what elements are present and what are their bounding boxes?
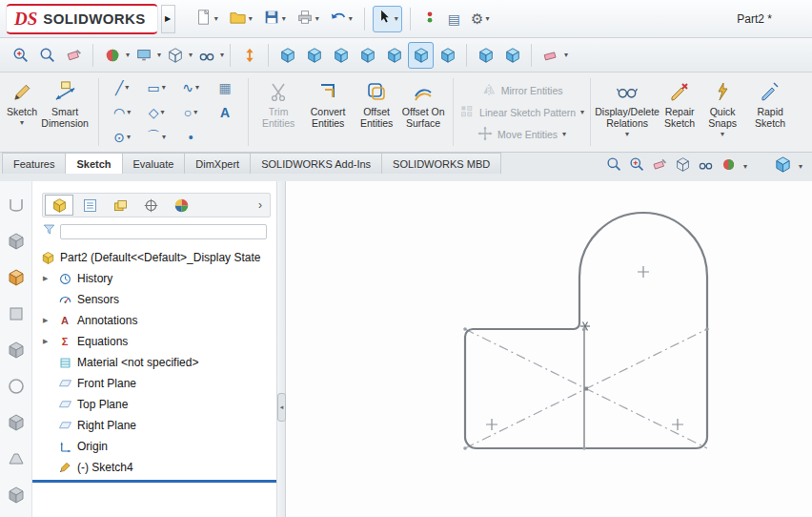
standard-view-cube-button[interactable] <box>355 42 380 69</box>
feature-tool-button[interactable] <box>4 483 29 507</box>
feature-tool-button[interactable] <box>4 229 29 254</box>
zoom-to-fit-button[interactable] <box>34 42 60 69</box>
tab-evaluate[interactable]: Evaluate <box>122 153 186 174</box>
tree-item-right-plane[interactable]: Right Plane <box>32 415 276 436</box>
print-button[interactable]: ▾ <box>293 6 323 32</box>
tree-item-annotations[interactable]: ▶ A Annotations <box>32 310 276 331</box>
sketch-plane-tool-button[interactable]: ▦ <box>208 75 242 100</box>
rebuild-button[interactable] <box>418 6 441 32</box>
configuration-manager-tab[interactable] <box>106 195 134 216</box>
standard-view-cube-button[interactable] <box>328 42 354 69</box>
property-manager-tab[interactable] <box>75 195 104 216</box>
hud-hide-show-items-button[interactable] <box>698 156 714 176</box>
move-entities-button[interactable]: Move Entities ▾ <box>477 126 566 143</box>
tab-sketch[interactable]: Sketch <box>65 153 122 174</box>
fillet-tool-button[interactable]: ⌒▾ <box>139 125 173 150</box>
expand-arrow-icon[interactable]: ▶ <box>43 275 48 282</box>
feature-tool-button[interactable] <box>4 410 29 435</box>
sketch-vertex[interactable] <box>582 327 586 331</box>
feature-tool-button[interactable] <box>4 374 29 399</box>
rollback-bar[interactable] <box>32 480 276 483</box>
circle-tool-button[interactable]: ○▾ <box>173 100 208 125</box>
display-style-button[interactable] <box>162 42 188 69</box>
apply-scene-button[interactable] <box>131 42 156 69</box>
hud-section-view-button[interactable] <box>652 156 668 176</box>
tab-dimxpert[interactable]: DimXpert <box>184 153 251 174</box>
rectangle-tool-button[interactable]: ▭▾ <box>139 75 173 100</box>
center-point-mark[interactable] <box>486 419 497 430</box>
new-document-button[interactable]: ▾ <box>192 6 222 32</box>
arc-center-point[interactable] <box>638 266 649 278</box>
convert-entities-button[interactable]: Convert Entities <box>302 74 354 150</box>
tab-solidworks-add-ins[interactable]: SOLIDWORKS Add-Ins <box>250 153 382 174</box>
display-delete-relations-button[interactable]: Display/Delete Relations ▾ <box>597 74 658 150</box>
spline-tool-button[interactable]: ∿▾ <box>173 75 208 100</box>
arc-tool-button[interactable]: ◠▾ <box>105 100 139 125</box>
dimxpert-manager-tab[interactable] <box>136 195 165 216</box>
point-tool-button[interactable]: • <box>173 125 208 150</box>
sketch-profile-outline[interactable] <box>465 213 707 448</box>
tree-item-sensors[interactable]: Sensors <box>32 289 276 310</box>
midpoint-mark[interactable] <box>584 387 588 391</box>
select-tool-button[interactable]: ▾ <box>373 6 402 32</box>
menu-expand-button[interactable]: ▶ <box>161 5 175 33</box>
feature-tool-button[interactable] <box>4 265 29 290</box>
tree-item-sketch4[interactable]: (-) Sketch4 <box>32 457 276 478</box>
section-view-button[interactable] <box>61 42 87 69</box>
hud-zoom-to-fit-button[interactable] <box>606 156 622 176</box>
undo-button[interactable]: ▾ <box>326 6 356 32</box>
linear-sketch-pattern-button[interactable]: Linear Sketch Pattern ▾ <box>459 104 584 121</box>
panel-tabs-overflow-button[interactable]: › <box>253 198 268 212</box>
mirror-entities-button[interactable]: Mirror Entities <box>481 82 563 99</box>
sketch-drawing[interactable] <box>286 181 812 517</box>
offset-entities-button[interactable]: Offset Entities <box>354 74 399 150</box>
tree-item-origin[interactable]: Origin <box>32 436 276 457</box>
line-tool-button[interactable]: ╱▾ <box>105 75 139 100</box>
smart-dimension-button[interactable]: Smart Dimension <box>37 74 92 150</box>
edit-appearance-button[interactable] <box>99 42 125 69</box>
display-manager-tab[interactable] <box>167 195 195 216</box>
standard-view-cube-button[interactable] <box>301 42 327 69</box>
repair-sketch-button[interactable]: Repair Sketch <box>658 74 701 150</box>
feature-tool-button[interactable] <box>4 446 29 471</box>
view-orientation-button[interactable] <box>236 42 262 69</box>
expand-arrow-icon[interactable]: ▶ <box>43 317 48 324</box>
sketch-vertex[interactable] <box>705 327 709 331</box>
feature-manager-tab[interactable] <box>45 195 73 216</box>
standard-view-cube-button[interactable] <box>499 42 525 69</box>
hud-view-orientation-cube-button[interactable] <box>774 155 792 177</box>
feature-tool-button[interactable] <box>4 338 29 362</box>
eraser-button[interactable] <box>538 42 563 69</box>
panel-collapse-handle[interactable]: ◂ <box>277 393 286 422</box>
tab-features[interactable]: Features <box>2 153 66 174</box>
hud-display-style-button[interactable] <box>675 156 691 176</box>
tree-item-equations[interactable]: ▶ Σ Equations <box>32 331 276 352</box>
standard-view-cube-button[interactable] <box>274 42 300 69</box>
quick-snaps-button[interactable]: Quick Snaps ▾ <box>701 74 743 150</box>
display-report-button[interactable]: ▤ <box>444 6 464 32</box>
panel-splitter[interactable]: ◂ <box>276 181 286 517</box>
sketch-button[interactable]: Sketch ▾ <box>7 74 37 150</box>
standard-view-cube-button[interactable] <box>381 42 407 69</box>
polygon-tool-button[interactable]: ◇▾ <box>139 100 173 125</box>
center-point-mark[interactable] <box>672 419 683 430</box>
feature-tool-button[interactable] <box>4 301 29 326</box>
save-button[interactable]: ▾ <box>259 6 290 32</box>
sketch-vertex[interactable] <box>463 327 467 331</box>
tree-root-part[interactable]: Part2 (Default<<Default>_Display State <box>32 247 276 268</box>
standard-view-cube-button[interactable] <box>473 42 498 69</box>
trim-entities-button[interactable]: Trim Entities <box>254 74 302 150</box>
standard-view-cube-button[interactable] <box>435 42 460 69</box>
expand-arrow-icon[interactable]: ▶ <box>43 338 48 345</box>
options-button[interactable]: ⚙ ▾ <box>467 6 493 32</box>
rapid-sketch-button[interactable]: Rapid Sketch <box>743 74 797 150</box>
open-document-button[interactable]: ▾ <box>225 6 256 32</box>
tree-item-material[interactable]: Material <not specified> <box>32 352 276 373</box>
text-tool-button[interactable]: A <box>208 100 242 125</box>
offset-on-surface-button[interactable]: Offset On Surface <box>399 74 447 150</box>
tab-solidworks-mbd[interactable]: SOLIDWORKS MBD <box>381 153 501 174</box>
hide-show-items-button[interactable] <box>193 42 219 69</box>
zoom-to-area-button[interactable] <box>8 42 33 69</box>
ellipse-tool-button[interactable]: ⊙▾ <box>105 125 139 150</box>
feature-tool-button[interactable] <box>4 193 29 217</box>
